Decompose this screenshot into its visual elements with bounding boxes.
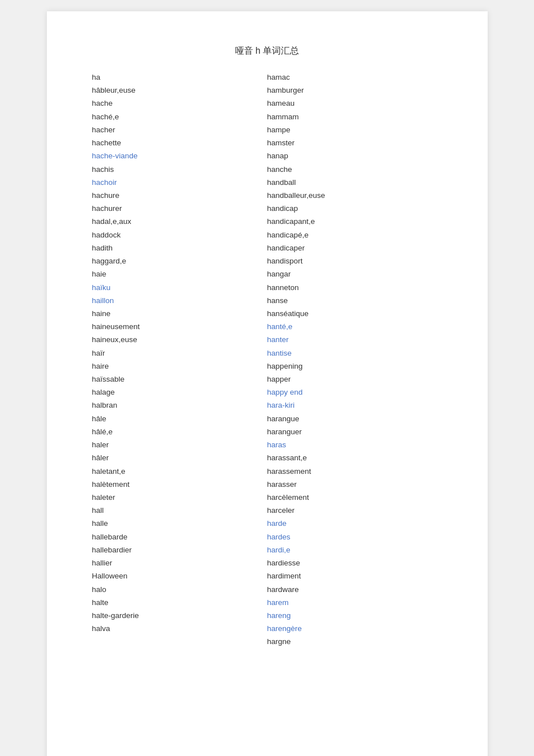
list-item: happy end bbox=[267, 386, 442, 399]
list-item: hall bbox=[92, 504, 267, 517]
list-item: handicapé,e bbox=[267, 228, 442, 241]
list-item: hardi,e bbox=[267, 543, 442, 556]
page-title: 哑音 h 单词汇总 bbox=[92, 45, 442, 57]
list-item: haras bbox=[267, 438, 442, 451]
main-page: 哑音 h 单词汇总 hahâbleur,eusehachehaché,ehach… bbox=[47, 11, 488, 756]
list-item: hanse bbox=[267, 294, 442, 307]
list-item: haleter bbox=[92, 491, 267, 504]
list-item: haillon bbox=[92, 294, 267, 307]
list-item: hâbleur,euse bbox=[92, 84, 267, 97]
list-item: haie bbox=[92, 267, 267, 280]
list-item: hanche bbox=[267, 163, 442, 176]
list-item: haddock bbox=[92, 228, 267, 241]
list-item: ha bbox=[92, 71, 267, 84]
list-item: handball bbox=[267, 176, 442, 189]
list-item: hallebarde bbox=[92, 530, 267, 543]
list-item: halage bbox=[92, 386, 267, 399]
list-item: hardes bbox=[267, 530, 442, 543]
list-item: haïssable bbox=[92, 373, 267, 386]
list-item: hachure bbox=[92, 189, 267, 202]
list-item: haire bbox=[92, 360, 267, 373]
list-item: hardware bbox=[267, 583, 442, 596]
list-item: hanséatique bbox=[267, 307, 442, 320]
list-item: harassant,e bbox=[267, 451, 442, 464]
list-item: hallier bbox=[92, 556, 267, 569]
list-item: happer bbox=[267, 373, 442, 386]
list-item: hardiesse bbox=[267, 556, 442, 569]
list-item: hardiment bbox=[267, 569, 442, 582]
list-item: hargne bbox=[267, 635, 442, 648]
list-item: haranguer bbox=[267, 425, 442, 438]
list-item: hallebardier bbox=[92, 543, 267, 556]
list-item: hantise bbox=[267, 347, 442, 360]
list-item: harasser bbox=[267, 478, 442, 491]
list-item: harengère bbox=[267, 622, 442, 635]
list-item: haineux,euse bbox=[92, 333, 267, 346]
list-item: hamster bbox=[267, 136, 442, 149]
list-item: hammam bbox=[267, 110, 442, 123]
list-item: hareng bbox=[267, 609, 442, 622]
list-item: hâle bbox=[92, 412, 267, 425]
list-item: handisport bbox=[267, 254, 442, 267]
list-item: harangue bbox=[267, 412, 442, 425]
list-item: hache bbox=[92, 97, 267, 110]
list-item: haine bbox=[92, 307, 267, 320]
list-item: hampe bbox=[267, 123, 442, 136]
list-item: hache-viande bbox=[92, 149, 267, 162]
right-column: hamachamburgerhameauhammamhampehamsterha… bbox=[267, 71, 442, 649]
list-item: hanter bbox=[267, 333, 442, 346]
list-item: handicapant,e bbox=[267, 215, 442, 228]
list-item: halva bbox=[92, 622, 267, 635]
list-item: harceler bbox=[267, 504, 442, 517]
list-item: hadal,e,aux bbox=[92, 215, 267, 228]
list-item: handicap bbox=[267, 202, 442, 215]
list-item: hanneton bbox=[267, 281, 442, 294]
list-item: hachurer bbox=[92, 202, 267, 215]
list-item: hangar bbox=[267, 267, 442, 280]
list-item: hachis bbox=[92, 163, 267, 176]
left-column: hahâbleur,eusehachehaché,ehacherhachette… bbox=[92, 71, 267, 649]
list-item: hameau bbox=[267, 97, 442, 110]
list-item: hâler bbox=[92, 451, 267, 464]
list-item: haché,e bbox=[92, 110, 267, 123]
list-item: haggard,e bbox=[92, 254, 267, 267]
list-item: halètement bbox=[92, 478, 267, 491]
list-item: harem bbox=[267, 596, 442, 609]
list-item: halle bbox=[92, 517, 267, 530]
list-item: hanap bbox=[267, 149, 442, 162]
list-item: handicaper bbox=[267, 241, 442, 254]
list-item: haïr bbox=[92, 347, 267, 360]
list-item: halte bbox=[92, 596, 267, 609]
list-item: haineusement bbox=[92, 320, 267, 333]
list-item: harde bbox=[267, 517, 442, 530]
list-item: halte-garderie bbox=[92, 609, 267, 622]
list-item: hâlé,e bbox=[92, 425, 267, 438]
word-columns: hahâbleur,eusehachehaché,ehacherhachette… bbox=[92, 71, 442, 649]
list-item: halo bbox=[92, 583, 267, 596]
list-item: hacher bbox=[92, 123, 267, 136]
list-item: hanté,e bbox=[267, 320, 442, 333]
list-item: harassement bbox=[267, 465, 442, 478]
list-item: happening bbox=[267, 360, 442, 373]
list-item: hamac bbox=[267, 71, 442, 84]
list-item: hamburger bbox=[267, 84, 442, 97]
list-item: haïku bbox=[92, 281, 267, 294]
list-item: harcèlement bbox=[267, 491, 442, 504]
list-item: haler bbox=[92, 438, 267, 451]
list-item: hachette bbox=[92, 136, 267, 149]
list-item: Halloween bbox=[92, 569, 267, 582]
list-item: hadith bbox=[92, 241, 267, 254]
list-item: handballeur,euse bbox=[267, 189, 442, 202]
list-item: haletant,e bbox=[92, 465, 267, 478]
list-item: halbran bbox=[92, 399, 267, 412]
list-item: hachoir bbox=[92, 176, 267, 189]
list-item: hara-kiri bbox=[267, 399, 442, 412]
